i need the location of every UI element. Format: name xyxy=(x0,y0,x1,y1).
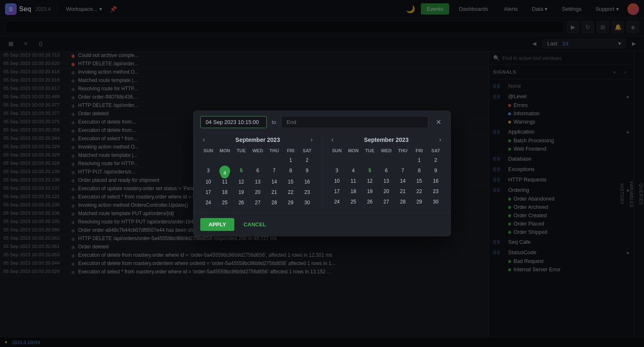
cal-day-cell[interactable]: 14 xyxy=(395,176,411,186)
cal-day-cell[interactable]: 13 xyxy=(378,176,394,186)
cancel-button[interactable]: CANCEL xyxy=(238,218,271,231)
cal-day-cell xyxy=(378,155,394,165)
cal-day-cell[interactable]: 11 xyxy=(345,176,361,186)
cal-day-cell xyxy=(362,155,378,165)
cal-day-cell[interactable]: 15 xyxy=(411,176,428,186)
start-date-input[interactable]: 04 Sep 2023 10:15:00 xyxy=(200,116,267,128)
cal-day-cell[interactable]: 12 xyxy=(233,177,249,187)
cal-day-cell[interactable]: 24 xyxy=(200,198,216,208)
cal-day-header: MON xyxy=(345,146,361,155)
cal-day-cell[interactable]: 7 xyxy=(395,166,411,176)
end-date-input[interactable] xyxy=(281,116,428,128)
cal-day-cell[interactable]: 19 xyxy=(362,186,378,196)
cal-day-cell[interactable]: 12 xyxy=(362,176,378,186)
cal-day-cell[interactable]: 2 xyxy=(428,155,444,165)
cal-next-btn[interactable]: › xyxy=(437,135,444,144)
cal-day-cell[interactable]: 20 xyxy=(250,187,266,197)
cal-day-cell[interactable]: 17 xyxy=(200,187,216,197)
cal-day-cell[interactable]: 11 xyxy=(217,177,233,187)
cal-day-cell[interactable]: 15 xyxy=(283,177,299,187)
cal-day-cell[interactable]: 8 xyxy=(283,166,299,176)
cal-day-cell[interactable]: 14 xyxy=(266,177,283,187)
cal-day-cell[interactable]: 7 xyxy=(266,166,283,176)
cal-day-cell xyxy=(233,155,249,165)
cal-day-cell[interactable]: 20 xyxy=(378,186,394,196)
cal-day-cell[interactable]: 13 xyxy=(250,177,266,187)
cal-day-cell[interactable]: 5 xyxy=(233,166,249,176)
cal-day-header: FRI xyxy=(283,146,299,155)
cal-day-cell[interactable]: 16 xyxy=(428,176,444,186)
cal-day-cell xyxy=(395,155,411,165)
date-picker-footer: APPLY CANCEL xyxy=(194,213,450,236)
cal-day-header: TUE xyxy=(362,146,378,155)
cal-day-cell[interactable]: 5 xyxy=(362,166,378,176)
calendar-divider xyxy=(322,133,322,208)
cal-day-cell[interactable]: 1 xyxy=(411,155,428,165)
cal-day-cell[interactable]: 18 xyxy=(345,186,361,196)
cal-day-cell[interactable]: 21 xyxy=(266,187,283,197)
cal-day-cell xyxy=(345,155,361,165)
cal-day-cell[interactable]: 25 xyxy=(345,197,361,207)
cal-day-cell[interactable]: 30 xyxy=(428,197,444,207)
cal-day-header: SUN xyxy=(329,146,345,155)
cal-day-cell[interactable]: 22 xyxy=(411,186,428,196)
cal-day-cell[interactable]: 21 xyxy=(395,186,411,196)
cal-day-cell[interactable]: 28 xyxy=(266,198,283,208)
cal-day-cell[interactable]: 10 xyxy=(329,176,345,186)
cal-day-cell[interactable]: 27 xyxy=(250,198,266,208)
cal-month-year: September 2023 xyxy=(236,136,280,143)
cal-day-cell[interactable]: 26 xyxy=(362,197,378,207)
cal-day-cell[interactable]: 23 xyxy=(299,187,315,197)
cal-day-cell[interactable]: 25 xyxy=(217,198,233,208)
cal-day-cell[interactable]: 29 xyxy=(283,198,299,208)
cal-next-btn[interactable]: › xyxy=(308,135,315,144)
cal-prev-btn[interactable]: ‹ xyxy=(329,135,336,144)
cal-day-cell[interactable]: 2 xyxy=(299,155,315,165)
cal-day-cell[interactable]: 4 xyxy=(345,166,361,176)
cal-day-header: WED xyxy=(250,146,266,155)
cal-day-cell[interactable]: 3 xyxy=(329,166,345,176)
date-picker-header: 04 Sep 2023 10:15:00 to ✕ xyxy=(194,111,450,133)
cal-day-cell[interactable]: 26 xyxy=(233,198,249,208)
cal-day-cell[interactable]: 16 xyxy=(299,177,315,187)
calendars-container: ‹ September 2023 › SUNMONTUEWEDTHUFRISAT… xyxy=(194,133,450,213)
left-cal-header: ‹ September 2023 › xyxy=(200,133,315,146)
cal-day-cell[interactable]: 24 xyxy=(329,197,345,207)
cal-day-cell[interactable]: 9 xyxy=(428,166,444,176)
cal-day-header: WED xyxy=(378,146,394,155)
cal-day-cell[interactable]: 23 xyxy=(428,186,444,196)
cal-day-header: SAT xyxy=(299,146,315,155)
cal-day-cell[interactable]: 19 xyxy=(233,187,249,197)
cal-day-header: SAT xyxy=(428,146,444,155)
cal-day-header: MON xyxy=(217,146,233,155)
cal-day-header: SUN xyxy=(200,146,216,155)
cal-day-cell[interactable]: 10 xyxy=(200,177,216,187)
cal-day-cell[interactable]: 3 xyxy=(200,166,216,176)
cal-day-cell[interactable]: 18 xyxy=(217,187,233,197)
cal-day-cell[interactable]: 8 xyxy=(411,166,428,176)
right-cal-header: ‹ September 2023 › xyxy=(329,133,444,146)
cal-day-cell[interactable]: 28 xyxy=(395,197,411,207)
cal-day-cell[interactable]: 6 xyxy=(250,166,266,176)
to-label: to xyxy=(272,119,276,125)
cal-day-cell[interactable]: 6 xyxy=(378,166,394,176)
close-icon[interactable]: ✕ xyxy=(433,117,444,127)
cal-day-cell xyxy=(250,155,266,165)
cal-day-cell[interactable]: 22 xyxy=(283,187,299,197)
cal-day-cell[interactable]: 9 xyxy=(299,166,315,176)
right-calendar: ‹ September 2023 › SUNMONTUEWEDTHUFRISAT… xyxy=(329,133,444,208)
apply-button[interactable]: APPLY xyxy=(200,218,234,231)
left-calendar: ‹ September 2023 › SUNMONTUEWEDTHUFRISAT… xyxy=(200,133,315,208)
cal-day-cell[interactable]: 29 xyxy=(411,197,428,207)
cal-day-cell[interactable]: 17 xyxy=(329,186,345,196)
cal-day-cell[interactable]: 27 xyxy=(378,197,394,207)
cal-day-cell[interactable]: 30 xyxy=(299,198,315,208)
cal-day-header: TUE xyxy=(233,146,249,155)
cal-prev-btn[interactable]: ‹ xyxy=(200,135,207,144)
cal-day-cell xyxy=(200,155,216,165)
cal-day-header: THU xyxy=(395,146,411,155)
cal-day-cell[interactable]: 4 xyxy=(219,166,230,176)
modal-overlay[interactable]: 04 Sep 2023 10:15:00 to ✕ ‹ September 20… xyxy=(0,0,644,347)
cal-day-cell[interactable]: 1 xyxy=(283,155,299,165)
right-cal-grid: SUNMONTUEWEDTHUFRISAT1234567891011121314… xyxy=(329,146,444,207)
